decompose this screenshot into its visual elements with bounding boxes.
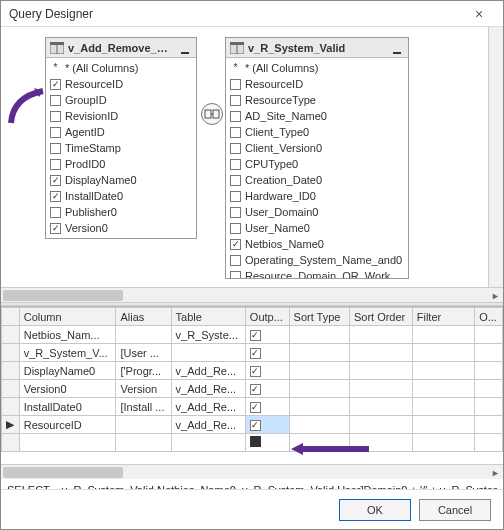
column-checkbox[interactable] (230, 79, 241, 90)
cell-table[interactable]: v_Add_Re... (171, 398, 245, 416)
criteria-grid[interactable]: Column Alias Table Outp... Sort Type Sor… (1, 307, 503, 452)
cell-output[interactable] (245, 380, 289, 398)
output-checkbox[interactable] (250, 420, 261, 431)
cell-empty[interactable] (412, 434, 474, 452)
column-checkbox[interactable] (230, 127, 241, 138)
column-checkbox[interactable] (50, 175, 61, 186)
cell-o[interactable] (475, 326, 503, 344)
cell-output[interactable] (245, 344, 289, 362)
column-item[interactable]: Creation_Date0 (226, 172, 408, 188)
column-checkbox[interactable] (230, 223, 241, 234)
column-item[interactable]: DisplayName0 (46, 172, 196, 188)
column-checkbox[interactable] (230, 111, 241, 122)
diagram-horizontal-scrollbar[interactable]: ◄ ► (1, 287, 503, 302)
cell-column[interactable]: ResourceID (19, 416, 116, 434)
cell-o[interactable] (475, 362, 503, 380)
column-checkbox[interactable] (230, 143, 241, 154)
cell-sort-type[interactable] (289, 416, 349, 434)
column-checkbox[interactable] (50, 159, 61, 170)
cell-alias[interactable]: [User ... (116, 344, 171, 362)
column-item[interactable]: AD_Site_Name0 (226, 108, 408, 124)
cell-empty[interactable] (116, 434, 171, 452)
cell-sort-order[interactable] (349, 344, 412, 362)
grid-row[interactable]: DisplayName0['Progr...v_Add_Re... (2, 362, 503, 380)
column-checkbox[interactable] (230, 239, 241, 250)
column-checkbox[interactable] (230, 255, 241, 266)
cell-alias[interactable]: [Install ... (116, 398, 171, 416)
scroll-right-icon[interactable]: ► (488, 465, 503, 480)
output-checkbox[interactable] (250, 366, 261, 377)
column-checkbox[interactable] (50, 127, 61, 138)
column-checkbox[interactable] (230, 271, 241, 279)
col-header-output[interactable]: Outp... (245, 308, 289, 326)
column-item[interactable]: Operating_System_Name_and0 (226, 252, 408, 268)
cell-empty[interactable] (289, 434, 349, 452)
column-item[interactable]: ResourceID (46, 76, 196, 92)
grid-row-empty[interactable] (2, 434, 503, 452)
column-item[interactable]: RevisionID (46, 108, 196, 124)
column-item[interactable]: Version0 (46, 220, 196, 236)
ok-button[interactable]: OK (339, 499, 411, 521)
cell-filter[interactable] (412, 326, 474, 344)
cell-empty[interactable] (171, 434, 245, 452)
output-checkbox[interactable] (250, 436, 261, 447)
cell-sort-order[interactable] (349, 362, 412, 380)
column-checkbox[interactable] (50, 223, 61, 234)
column-item[interactable]: Client_Type0 (226, 124, 408, 140)
column-item[interactable]: ** (All Columns) (46, 60, 196, 76)
column-item[interactable]: Client_Version0 (226, 140, 408, 156)
join-connector-icon[interactable] (201, 103, 223, 125)
cell-output[interactable] (245, 398, 289, 416)
column-checkbox[interactable] (50, 207, 61, 218)
grid-row[interactable]: Netbios_Nam...v_R_Syste... (2, 326, 503, 344)
cell-filter[interactable] (412, 416, 474, 434)
output-checkbox[interactable] (250, 330, 261, 341)
cell-sort-type[interactable] (289, 326, 349, 344)
column-item[interactable]: ** (All Columns) (226, 60, 408, 76)
cancel-button[interactable]: Cancel (419, 499, 491, 521)
col-header-filter[interactable]: Filter (412, 308, 474, 326)
grid-row[interactable]: InstallDate0[Install ...v_Add_Re... (2, 398, 503, 416)
col-header-o[interactable]: O... (475, 308, 503, 326)
cell-filter[interactable] (412, 398, 474, 416)
cell-table[interactable] (171, 344, 245, 362)
col-header-column[interactable]: Column (19, 308, 116, 326)
cell-o[interactable] (475, 416, 503, 434)
cell-filter[interactable] (412, 344, 474, 362)
scroll-right-icon[interactable]: ► (488, 288, 503, 303)
cell-sort-order[interactable] (349, 398, 412, 416)
column-checkbox[interactable] (230, 207, 241, 218)
minimize-icon[interactable] (390, 42, 404, 54)
row-selector[interactable]: ▶ (2, 416, 20, 434)
cell-column[interactable]: DisplayName0 (19, 362, 116, 380)
row-selector[interactable] (2, 326, 20, 344)
scroll-thumb[interactable] (3, 290, 123, 301)
cell-sort-type[interactable] (289, 362, 349, 380)
cell-output[interactable] (245, 362, 289, 380)
cell-empty[interactable] (349, 434, 412, 452)
grid-row[interactable]: ▶ResourceIDv_Add_Re... (2, 416, 503, 434)
table-window-add-remove[interactable]: v_Add_Remove_Pr... ** (All Columns)Resou… (45, 37, 197, 239)
column-item[interactable]: User_Name0 (226, 220, 408, 236)
cell-empty[interactable] (19, 434, 116, 452)
cell-o[interactable] (475, 398, 503, 416)
column-checkbox[interactable] (230, 95, 241, 106)
column-checkbox[interactable] (50, 79, 61, 90)
output-checkbox[interactable] (250, 402, 261, 413)
column-checkbox[interactable] (230, 159, 241, 170)
column-item[interactable]: InstallDate0 (46, 188, 196, 204)
col-header-sort-type[interactable]: Sort Type (289, 308, 349, 326)
grid-row[interactable]: Version0Versionv_Add_Re... (2, 380, 503, 398)
cell-table[interactable]: v_Add_Re... (171, 416, 245, 434)
cell-output[interactable] (245, 326, 289, 344)
cell-output[interactable] (245, 416, 289, 434)
col-header-sort-order[interactable]: Sort Order (349, 308, 412, 326)
output-checkbox[interactable] (250, 348, 261, 359)
cell-column[interactable]: v_R_System_V... (19, 344, 116, 362)
column-item[interactable]: TimeStamp (46, 140, 196, 156)
table-window-header[interactable]: v_R_System_Valid (226, 38, 408, 58)
column-checkbox[interactable] (50, 111, 61, 122)
cell-column[interactable]: Netbios_Nam... (19, 326, 116, 344)
cell-empty[interactable] (475, 434, 503, 452)
cell-o[interactable] (475, 344, 503, 362)
